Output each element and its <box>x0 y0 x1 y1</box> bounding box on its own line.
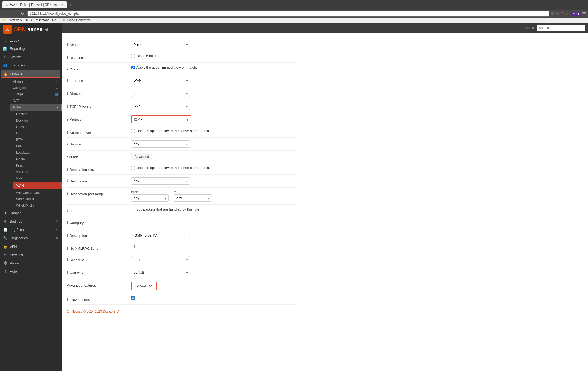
direction-select[interactable]: in out any <box>131 90 190 97</box>
source-invert-checkbox[interactable] <box>131 129 135 133</box>
gateway-label: ℹ Gateway <box>67 269 131 275</box>
sidebar-sub-item-media[interactable]: Media <box>13 156 62 162</box>
bookmark-qrcode[interactable]: QR Code Generator... <box>62 18 93 22</box>
dest-port-from-select[interactable]: any <box>131 194 169 202</box>
sidebar-sub-item-iot[interactable]: IoT <box>13 130 62 137</box>
sidebar-item-firewall[interactable]: 🔥 Firewall <box>1 70 60 78</box>
forward-button[interactable]: → <box>11 11 18 16</box>
advanced-features-control: Show/Hide <box>131 282 297 290</box>
sidebar-item-system[interactable]: ⚙ System <box>0 53 62 61</box>
bookmark-netzwerk[interactable]: Netzwerk <box>9 18 22 22</box>
sidebar-sub-item-wireguard-group[interactable]: WireGuard (Group) <box>13 190 62 196</box>
services-icon: ⚙ <box>3 253 7 257</box>
schedule-select[interactable]: none <box>131 256 190 263</box>
reader-icon[interactable]: ☰ <box>551 12 554 16</box>
address-bar[interactable]: 192.168.1.1/firewall_rules_edit.php <box>27 11 549 17</box>
sidebar-item-label: Power <box>10 261 58 265</box>
description-label: ℹ Description <box>67 232 131 238</box>
allow-options-label-text: allow options <box>70 298 90 302</box>
description-control <box>131 232 297 239</box>
sidebar-sub-item-loopback[interactable]: Loopback <box>13 149 62 156</box>
sidebar-sub-item-print[interactable]: Print <box>13 162 62 169</box>
destination-select[interactable]: any single host network <box>131 177 190 185</box>
tab-close-button[interactable]: ✕ <box>61 3 64 7</box>
sidebar-sub-item-wlandevice[interactable]: WLANDevice <box>13 203 62 209</box>
refresh-button[interactable]: ↻ <box>19 11 26 16</box>
sidebar-sub-item-iptv[interactable]: IPTV <box>13 137 62 143</box>
destination-invert-control: Use this option to invert the sense of t… <box>131 166 297 170</box>
form-row-log: ℹ Log Log packets that are handled by th… <box>67 205 297 216</box>
sidebar-sub-item-groups[interactable]: Groups 👥 <box>10 91 62 98</box>
show-hide-button[interactable]: Show/Hide <box>131 282 157 290</box>
sidebar-toggle-button[interactable]: ◀ <box>45 27 48 32</box>
category-label-text: Category <box>70 221 84 225</box>
menu-button[interactable]: ☰ <box>582 11 586 16</box>
form-row-description: ℹ Description <box>67 229 297 242</box>
destination-invert-checkbox[interactable] <box>131 166 135 170</box>
sidebar-item-interfaces[interactable]: 👥 Interfaces <box>0 61 62 69</box>
category-input[interactable] <box>131 219 190 226</box>
global-search-input[interactable] <box>537 25 585 31</box>
action-select[interactable]: Pass Block Reject <box>131 41 190 48</box>
log-files-arrow-icon: 👁 <box>56 228 58 231</box>
sidebar-sub-item-categories[interactable]: Categories 🏷 <box>10 85 62 91</box>
bookmark-icon[interactable]: ☆ <box>556 12 559 16</box>
description-label-text: Description <box>70 234 87 238</box>
sidebar-item-vpn[interactable]: 🔒 VPN <box>0 242 62 251</box>
sidebar-item-lobby[interactable]: ⌂ Lobby <box>0 36 62 44</box>
interface-select[interactable]: WAN LAN <box>131 77 190 84</box>
new-tab-button[interactable]: + <box>69 2 71 7</box>
form-row-no-xmlrpc: ℹ No XMLRPC Sync <box>67 242 297 253</box>
sidebar-sub-item-lan[interactable]: LAN <box>13 143 62 149</box>
wlandevice-label: WLANDevice <box>16 204 35 208</box>
dest-port-control: from: any to: <box>131 190 297 202</box>
gateway-select-wrapper: default <box>131 269 190 276</box>
gateway-select[interactable]: default <box>131 269 190 276</box>
sidebar-item-reporting[interactable]: 📊 Reporting <box>0 44 62 53</box>
sidebar-item-settings[interactable]: ⚙ Settings ⚙ <box>0 217 62 226</box>
source-select[interactable]: any single host network <box>131 140 190 148</box>
action-label-text: Action <box>70 43 79 47</box>
sidebar-sub-item-wireguard01[interactable]: Wireguard01 <box>13 196 62 203</box>
disabled-checkbox[interactable] <box>131 54 135 58</box>
sidebar-sub-item-guests[interactable]: Guests <box>13 124 62 130</box>
allow-options-checkbox[interactable] <box>131 296 135 300</box>
sidebar-sub-item-rules[interactable]: Rules ▾ <box>10 104 62 111</box>
vpn-label[interactable]: VPN <box>571 12 581 16</box>
tcpip-label: ℹ TCP/IP Version <box>67 103 131 108</box>
dest-port-to-select[interactable]: any <box>174 194 211 202</box>
dest-port-from-group: from: any <box>131 190 169 202</box>
no-xmlrpc-checkbox[interactable] <box>131 245 135 248</box>
source-advanced-button[interactable]: Advanced <box>131 153 152 160</box>
browser-tab[interactable]: 🛡 WAN | Rules | Firewall | OPNsen... ✕ <box>2 1 67 8</box>
sidebar-sub-item-floating[interactable]: Floating <box>13 111 62 117</box>
sidebar-item-power[interactable]: ⏻ Power <box>0 259 62 267</box>
sidebar-item-help[interactable]: ? Help <box>0 267 62 276</box>
rules-expand-icon: ▾ <box>57 106 58 109</box>
protocol-select-highlighted: IGMP TCP UDP any <box>131 115 191 123</box>
bookmark-milestone[interactable]: ⑧ 24.1 Milestone · Git... <box>25 18 59 22</box>
allow-options-required-icon: ℹ <box>67 297 68 302</box>
sidebar-item-log-files[interactable]: 📄 Log Files 👁 <box>0 226 62 234</box>
sidebar-item-shaper[interactable]: ⚡ Shaper ▾ <box>0 209 62 217</box>
sidebar-item-diagnostics[interactable]: 🔧 Diagnostics ⚙ <box>0 234 62 242</box>
sidebar-sub-item-voip[interactable]: VoIP <box>13 175 62 182</box>
tcpip-select[interactable]: IPv4 IPv6 IPv4+IPv6 <box>131 103 190 110</box>
sidebar-sub-item-vault101[interactable]: Vault101 <box>13 169 62 175</box>
sidebar-sub-item-aliases[interactable]: Aliases 🏷 <box>10 78 62 85</box>
shaper-icon: ⚡ <box>3 211 7 215</box>
tcpip-required-icon: ℹ <box>67 104 68 108</box>
protocol-select[interactable]: IGMP TCP UDP any <box>132 116 191 123</box>
form-row-destination-invert: ℹ Destination / Invert Use this option t… <box>67 163 297 175</box>
sidebar-sub-item-wan[interactable]: WAN <box>13 182 62 189</box>
sidebar-sub-item-nat[interactable]: NAT ☰ <box>10 98 62 104</box>
back-button[interactable]: ← <box>2 11 9 16</box>
quick-checkbox[interactable] <box>131 66 135 69</box>
gateway-control: default <box>131 269 297 276</box>
log-checkbox[interactable] <box>131 208 135 211</box>
form-row-source-invert: ℹ Source / Invert Use this option to inv… <box>67 126 297 138</box>
sidebar-sub-item-desktop[interactable]: Desktop <box>13 117 62 124</box>
sidebar-item-services[interactable]: ⚙ Services <box>0 251 62 259</box>
destination-label-text: Destination <box>70 179 87 183</box>
description-input[interactable] <box>131 232 190 239</box>
